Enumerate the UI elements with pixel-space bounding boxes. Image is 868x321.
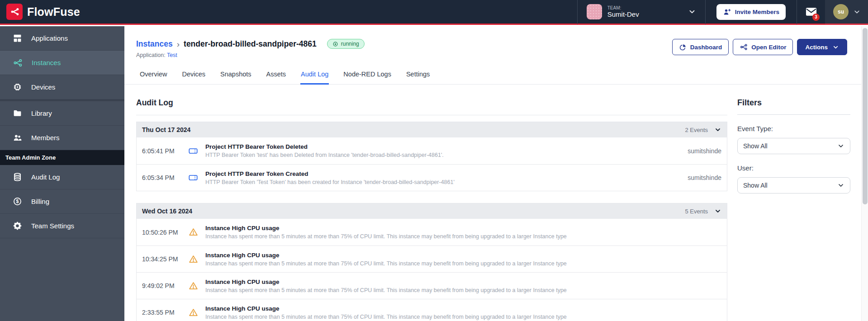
event-time: 10:34:25 PM <box>142 255 184 263</box>
flowfuse-brand[interactable]: FlowFuse <box>0 4 80 20</box>
breadcrumb-instances-link[interactable]: Instances <box>136 39 173 49</box>
application-line: Application: Test <box>136 52 365 58</box>
open-editor-button[interactable]: Open Editor <box>733 39 793 55</box>
warning-icon <box>189 308 198 317</box>
page-scrollbar[interactable] <box>861 26 868 321</box>
sidebar-item-label: Library <box>31 109 52 117</box>
invite-members-button[interactable]: Invite Members <box>716 4 786 20</box>
page-title: Audit Log <box>136 98 727 115</box>
sidebar-item-label: Team Settings <box>31 222 74 230</box>
application-label: Application: <box>136 52 166 58</box>
sidebar-item-applications[interactable]: Applications <box>0 26 124 51</box>
gear-icon <box>13 221 22 231</box>
chevron-down-icon[interactable] <box>714 126 721 133</box>
notifications-button[interactable]: 3 <box>797 0 825 24</box>
instance-name: tender-broad-billed-sandpiper-4861 <box>184 39 317 49</box>
sidebar-item-instances[interactable]: Instances <box>0 51 124 75</box>
audit-group-header[interactable]: Thu Oct 17 2024 2 Events <box>137 122 727 137</box>
event-time: 10:50:26 PM <box>142 229 184 236</box>
tab-snapshots[interactable]: Snapshots <box>220 66 252 85</box>
event-title: Project HTTP Bearer Token Created <box>205 170 682 177</box>
breadcrumb-separator: › <box>177 40 180 48</box>
audit-event-row: 10:34:25 PM Instance High CPU usage Inst… <box>137 245 727 272</box>
event-description: Instance has spent more than 5 minutes a… <box>205 233 716 240</box>
audit-event-row: 10:50:26 PM Instance High CPU usage Inst… <box>137 219 727 245</box>
flowfuse-logo-icon <box>6 4 23 20</box>
audit-event-row: 2:33:55 PM Instance High CPU usage Insta… <box>137 299 727 321</box>
status-dot-icon <box>332 41 338 47</box>
audit-group: Wed Oct 16 2024 5 Events 10:50:26 PM <box>136 203 727 321</box>
team-name: Sumit-Dev <box>607 10 683 18</box>
event-description: Instance has spent more than 5 minutes a… <box>205 287 716 293</box>
chevron-down-icon <box>853 8 861 16</box>
event-title: Instance High CPU usage <box>205 279 716 285</box>
user-select[interactable]: Show All <box>737 177 850 194</box>
event-title: Instance High CPU usage <box>205 225 716 231</box>
application-link[interactable]: Test <box>167 52 177 58</box>
event-time: 9:49:02 PM <box>142 282 184 289</box>
actions-button[interactable]: Actions <box>797 39 847 55</box>
status-badge: running <box>327 39 365 49</box>
tab-overview[interactable]: Overview <box>139 66 167 85</box>
warning-icon <box>189 227 198 237</box>
event-title: Instance High CPU usage <box>205 305 716 312</box>
event-time: 2:33:55 PM <box>142 309 184 316</box>
tab-settings[interactable]: Settings <box>406 66 430 85</box>
tab-node-red-logs[interactable]: Node-RED Logs <box>343 66 392 85</box>
sidebar-item-label: Applications <box>31 34 68 42</box>
user-filter-label: User: <box>737 164 850 172</box>
user-avatar: su <box>833 4 849 19</box>
chevron-down-icon <box>688 8 696 16</box>
group-date: Wed Oct 16 2024 <box>142 208 192 215</box>
notification-count-badge: 3 <box>812 14 820 21</box>
audit-groups: Thu Oct 17 2024 2 Events 6:05:41 PM <box>136 122 727 321</box>
dashboard-button[interactable]: Dashboard <box>672 39 729 55</box>
sidebar-item-members[interactable]: Members <box>0 126 124 150</box>
team-avatar <box>587 4 602 19</box>
chevron-down-icon[interactable] <box>714 208 721 215</box>
audit-log-icon <box>13 172 22 182</box>
ticket-icon <box>188 146 198 156</box>
user-filter-value: Show All <box>743 182 768 189</box>
event-description: HTTP Bearer Token 'Test Token' has been … <box>205 179 682 185</box>
event-type-select[interactable]: Show All <box>737 138 850 154</box>
chevron-down-icon <box>837 142 844 150</box>
sidebar-item-team-settings[interactable]: Team Settings <box>0 214 124 238</box>
audit-group-header[interactable]: Wed Oct 16 2024 5 Events <box>137 203 727 219</box>
audit-event-row: 6:05:34 PM Project HTTP Bearer Token Cre… <box>137 164 727 191</box>
event-title: Instance High CPU usage <box>205 252 716 259</box>
event-type-label: Event Type: <box>737 125 850 132</box>
svg-text:$: $ <box>16 198 19 204</box>
sidebar-item-library[interactable]: Library <box>0 101 124 126</box>
scrollbar-thumb[interactable] <box>863 28 868 204</box>
event-time: 6:05:34 PM <box>142 174 184 181</box>
sidebar-item-billing[interactable]: $ Billing <box>0 189 124 214</box>
tab-assets[interactable]: Assets <box>266 66 287 85</box>
event-description: HTTP Bearer Token 'test' has been Delete… <box>205 152 682 158</box>
sidebar-item-label: Billing <box>31 198 49 205</box>
devices-icon <box>13 82 22 92</box>
tab-devices[interactable]: Devices <box>181 66 206 85</box>
sidebar-item-label: Audit Log <box>31 173 60 181</box>
dashboard-label: Dashboard <box>690 44 722 51</box>
event-title: Project HTTP Bearer Token Deleted <box>205 143 682 150</box>
sidebar-item-audit-log[interactable]: Audit Log <box>0 165 124 189</box>
event-time: 6:05:41 PM <box>142 147 184 155</box>
tab-audit-log[interactable]: Audit Log <box>300 66 329 85</box>
breadcrumb: Instances › tender-broad-billed-sandpipe… <box>136 39 365 49</box>
user-menu[interactable]: su <box>825 0 868 24</box>
members-icon <box>13 133 22 142</box>
sidebar-item-devices[interactable]: Devices <box>0 75 124 99</box>
event-description: Instance has spent more than 5 minutes a… <box>205 260 716 267</box>
event-user: sumitshinde <box>682 174 721 181</box>
instance-tabs: Overview Devices Snapshots Assets Audit … <box>124 66 868 85</box>
audit-event-row: 9:49:02 PM Instance High CPU usage Insta… <box>137 272 727 299</box>
instances-icon <box>13 58 23 68</box>
sidebar-item-label: Members <box>31 134 60 142</box>
team-selector[interactable]: TEAM: Sumit-Dev <box>578 0 705 24</box>
invite-members-label: Invite Members <box>735 9 779 15</box>
main-content: Instances › tender-broad-billed-sandpipe… <box>124 26 868 321</box>
library-icon <box>13 109 22 118</box>
chevron-down-icon <box>837 182 844 189</box>
status-label: running <box>341 41 359 47</box>
